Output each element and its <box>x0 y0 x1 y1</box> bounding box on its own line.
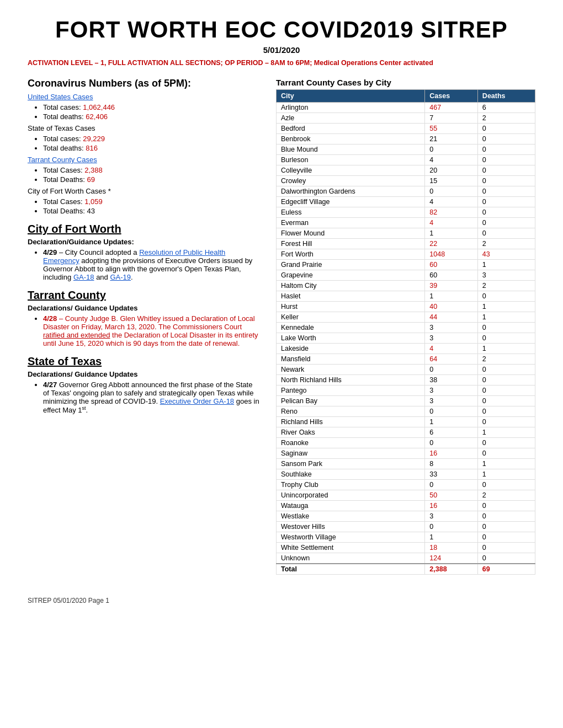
table-row: Westlake30 <box>277 511 535 522</box>
table-cell-cases: 4 <box>425 218 478 228</box>
table-cell-deaths: 0 <box>477 218 535 228</box>
table-row: Grapevine603 <box>277 270 535 281</box>
page-title: FORT WORTH EOC COVID2019 SITREP <box>28 17 535 43</box>
fw-cases-list: Total Cases: 1,059 Total Deaths: 43 <box>43 197 259 215</box>
table-cell-city: Everman <box>277 218 425 228</box>
right-column: Tarrant County Cases by City City Cases … <box>276 78 535 575</box>
texas-cases-row: State of Texas Cases <box>28 124 259 132</box>
col-deaths-header: Deaths <box>477 90 535 103</box>
table-cell-city: Haltom City <box>277 281 425 291</box>
table-cell-deaths: 0 <box>477 396 535 406</box>
table-cell-deaths: 0 <box>477 134 535 144</box>
us-total-deaths-value: 62,406 <box>86 113 108 121</box>
executive-order-link[interactable]: Executive Order GA-18 <box>160 397 234 405</box>
col-city-header: City <box>277 90 425 103</box>
table-cell-city: Edgecliff Village <box>277 197 425 207</box>
table-cell-deaths: 0 <box>477 291 535 302</box>
table-cell-deaths: 0 <box>477 176 535 186</box>
table-cell-deaths: 3 <box>477 270 535 281</box>
table-row: Haltom City392 <box>277 281 535 291</box>
activation-line: ACTIVATION LEVEL – 1, FULL ACTIVATION AL… <box>28 59 535 67</box>
table-cell-city: Grapevine <box>277 270 425 281</box>
tarrant-date: 4/28 <box>43 314 57 323</box>
table-row: Euless820 <box>277 207 535 218</box>
table-cell-deaths: 0 <box>477 501 535 511</box>
table-cell-city: Keller <box>277 312 425 323</box>
table-cell-deaths: 0 <box>477 165 535 176</box>
table-cell-city: Benbrook <box>277 134 425 144</box>
table-cell-cases: 3 <box>425 396 478 406</box>
texas-cases-label: State of Texas Cases <box>28 124 95 132</box>
table-cell-city: Forest Hill <box>277 239 425 249</box>
table-cell-cases: 1 <box>425 228 478 239</box>
table-cell-city: Newark <box>277 365 425 375</box>
tarrant-ratified-link[interactable]: ratified and extended <box>43 331 110 339</box>
texas-total-cases-value: 29,229 <box>83 135 105 143</box>
table-cell-cases: 467 <box>425 103 478 113</box>
footer: SITREP 05/01/2020 Page 1 <box>28 597 535 604</box>
table-cell-cases: 0 <box>425 522 478 532</box>
table-row: Colleyville200 <box>277 165 535 176</box>
city-fw-date: 4/29 <box>43 248 57 256</box>
ga19-link[interactable]: GA-19 <box>110 273 131 281</box>
table-cell-cases: 60 <box>425 270 478 281</box>
state-texas-sup: st <box>82 405 86 411</box>
table-cell-cases: 3 <box>425 333 478 344</box>
table-cell-deaths: 1 <box>477 312 535 323</box>
table-cell-city: Unknown <box>277 553 425 564</box>
texas-total-cases-item: Total cases: 29,229 <box>43 135 259 143</box>
table-row: Westover Hills00 <box>277 522 535 532</box>
table-cell-city: Lake Worth <box>277 333 425 344</box>
fw-cases-asterisk: * <box>108 187 111 195</box>
tarrant-heading: Tarrant County <box>28 289 259 302</box>
city-fw-text1: – City Council adopted a <box>57 248 139 256</box>
city-fw-heading: City of Fort Worth <box>28 223 259 235</box>
table-cell-cases: 60 <box>425 260 478 270</box>
table-cell-deaths: 0 <box>477 207 535 218</box>
coronavirus-section-title: Coronavirus Numbers (as of 5PM): <box>28 78 259 89</box>
table-cell-cases: 0 <box>425 144 478 155</box>
table-cell-deaths: 0 <box>477 228 535 239</box>
table-cell-cases: 4 <box>425 344 478 354</box>
table-cell-city: Westover Hills <box>277 522 425 532</box>
table-row: Forest Hill222 <box>277 239 535 249</box>
state-texas-updates-list: 4/27 Governor Greg Abbott announced the … <box>43 381 259 414</box>
table-cell-city: Blue Mound <box>277 144 425 155</box>
texas-cases-list: Total cases: 29,229 Total deaths: 816 <box>43 135 259 152</box>
table-cell-city: Mansfield <box>277 354 425 365</box>
table-cell-deaths: 0 <box>477 186 535 197</box>
table-cell-cases: 22 <box>425 239 478 249</box>
table-header-row: City Cases Deaths <box>277 90 535 103</box>
table-cell-city: Hurst <box>277 302 425 312</box>
table-cell-deaths: 0 <box>477 365 535 375</box>
us-cases-link[interactable]: United States Cases <box>28 93 93 101</box>
table-cell-cases: 1048 <box>425 249 478 260</box>
table-cell-city: Azle <box>277 113 425 124</box>
date-line: 5/01/2020 <box>28 45 535 55</box>
fw-total-cases-value: 1,059 <box>84 197 103 206</box>
table-row: Newark00 <box>277 365 535 375</box>
table-cell-cases: 38 <box>425 375 478 386</box>
table-cell-cases: 124 <box>425 553 478 564</box>
table-row: White Settlement180 <box>277 543 535 553</box>
table-cell-cases: 0 <box>425 186 478 197</box>
table-cell-deaths: 1 <box>477 302 535 312</box>
table-cell-city: Euless <box>277 207 425 218</box>
table-row: Crowley150 <box>277 176 535 186</box>
table-cell-deaths: 0 <box>477 333 535 344</box>
city-fw-updates-list: 4/29 – City Council adopted a Resolution… <box>43 248 259 281</box>
table-cell-city: Watauga <box>277 501 425 511</box>
state-texas-text3: . <box>86 406 88 414</box>
tarrant-cases-link[interactable]: Tarrant County Cases <box>28 156 97 164</box>
table-row: Fort Worth104843 <box>277 249 535 260</box>
table-row: Trophy Club00 <box>277 480 535 490</box>
city-fw-subheading: Declaration/Guidance Updates: <box>28 238 259 246</box>
table-cell-city: Flower Mound <box>277 228 425 239</box>
table-row: Watauga160 <box>277 501 535 511</box>
table-cell-city: Arlington <box>277 103 425 113</box>
table-row: Sansom Park81 <box>277 459 535 469</box>
ga18-link[interactable]: GA-18 <box>73 273 94 281</box>
table-cell-city: Westworth Village <box>277 532 425 543</box>
table-cell-deaths: 1 <box>477 344 535 354</box>
table-cell-deaths: 0 <box>477 438 535 448</box>
